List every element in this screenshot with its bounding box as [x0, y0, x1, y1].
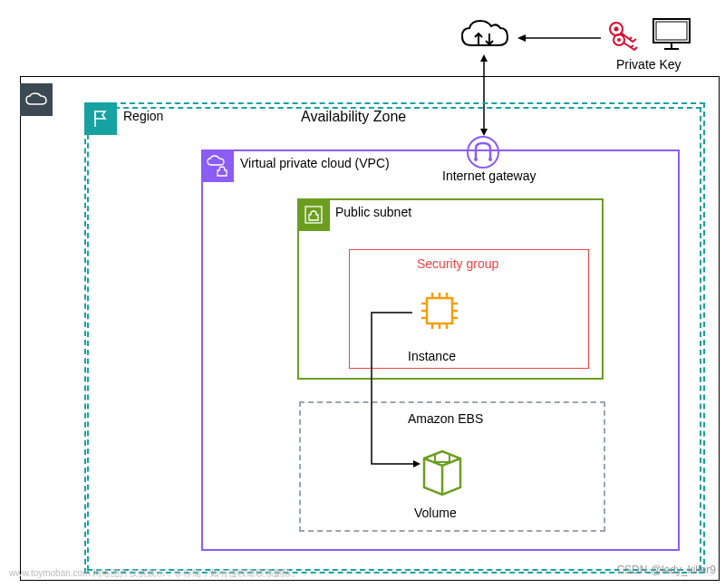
svg-marker-11 [480, 54, 488, 62]
availability-zone-label: Availability Zone [301, 109, 406, 125]
svg-marker-9 [517, 34, 526, 42]
internet-gateway-label: Internet gateway [442, 169, 536, 183]
arrow-instance-volume [362, 308, 435, 471]
svg-point-1 [614, 27, 619, 32]
public-subnet-label: Public subnet [335, 205, 411, 219]
key-icon [607, 20, 643, 53]
footer-watermark: www.toymoban.com 网络图片仅供展示，非存储，如有侵权请联系删除。 [9, 567, 301, 580]
svg-point-3 [617, 38, 621, 42]
aws-cloud-badge [20, 83, 53, 116]
svg-marker-31 [413, 460, 420, 468]
svg-rect-4 [653, 19, 690, 43]
csdn-watermark: CSDN @lady_killer9 [616, 564, 716, 576]
arrow-monitor-cloud [515, 33, 605, 43]
vpc-label: Virtual private cloud (VPC) [240, 156, 390, 170]
vpc-badge [201, 149, 234, 182]
security-group-label: Security group [417, 256, 498, 271]
monitor-icon [651, 16, 692, 53]
svg-rect-5 [656, 22, 687, 40]
private-key-label: Private Key [616, 57, 682, 72]
public-subnet-badge [297, 198, 330, 231]
volume-label: Volume [414, 506, 457, 520]
